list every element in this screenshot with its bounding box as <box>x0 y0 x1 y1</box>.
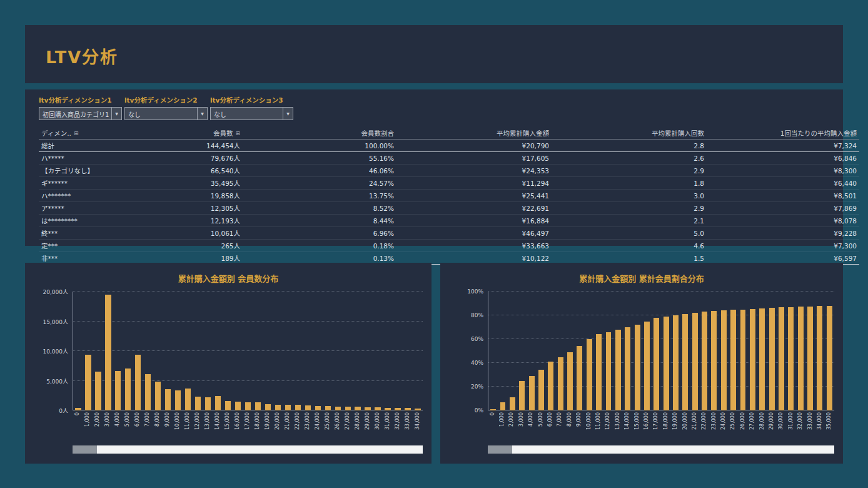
bar[interactable] <box>635 325 640 410</box>
y-tick-label: 60% <box>471 336 483 342</box>
sort-icon[interactable]: ⊞ <box>74 130 79 136</box>
bar[interactable] <box>654 318 659 410</box>
bar[interactable] <box>817 306 822 410</box>
bar[interactable] <box>305 405 311 410</box>
bar[interactable] <box>779 307 784 410</box>
column-header[interactable]: 平均累計購入金額 <box>396 127 552 140</box>
bar[interactable] <box>721 310 727 410</box>
column-header[interactable]: 平均累計購入回数 <box>552 127 707 140</box>
bar[interactable] <box>125 369 131 410</box>
table-row[interactable]: ハ*******19,858人13.75%¥25,4413.0¥8,501 <box>39 190 859 202</box>
chart2-scrollbar-thumb[interactable] <box>512 445 834 454</box>
chevron-down-icon[interactable]: ▼ <box>111 108 121 119</box>
bar[interactable] <box>155 382 161 410</box>
dimension3-select[interactable]: なし ▼ <box>210 107 293 120</box>
bar[interactable] <box>185 389 191 410</box>
bar[interactable] <box>285 405 291 410</box>
bar[interactable] <box>827 306 832 410</box>
bar[interactable] <box>567 352 573 410</box>
bar[interactable] <box>145 374 151 410</box>
bar[interactable] <box>673 315 679 410</box>
chevron-down-icon[interactable]: ▼ <box>197 108 207 119</box>
bar[interactable] <box>644 322 650 411</box>
bar[interactable] <box>175 390 181 410</box>
bar[interactable] <box>577 346 582 410</box>
bar[interactable] <box>245 402 251 410</box>
bar[interactable] <box>740 310 746 411</box>
bar[interactable] <box>510 397 515 410</box>
bar[interactable] <box>558 357 563 411</box>
bar[interactable] <box>548 362 553 410</box>
bar[interactable] <box>385 408 390 410</box>
column-header[interactable]: ディメン..⊞ <box>39 127 144 140</box>
bar[interactable] <box>596 334 602 410</box>
bar[interactable] <box>135 355 141 410</box>
chart1-horizontal-scrollbar[interactable] <box>73 445 423 454</box>
bar[interactable] <box>711 311 717 410</box>
table-row[interactable]: 【カテゴリなし】66,540人46.06%¥24,3532.9¥8,300 <box>39 165 859 177</box>
table-cell: 2.6 <box>552 152 707 165</box>
bar[interactable] <box>205 397 211 410</box>
bar[interactable] <box>115 371 121 410</box>
bar[interactable] <box>587 339 592 410</box>
bar[interactable] <box>75 408 81 410</box>
bar[interactable] <box>235 402 241 410</box>
bar[interactable] <box>798 307 804 410</box>
bar[interactable] <box>682 314 688 410</box>
bar[interactable] <box>759 308 765 410</box>
dimension1-select[interactable]: 初回購入商品カテゴリ1 ▼ <box>39 107 122 120</box>
bar[interactable] <box>295 405 301 410</box>
chevron-down-icon[interactable]: ▼ <box>283 108 293 119</box>
bar[interactable] <box>606 332 612 410</box>
bar[interactable] <box>405 408 410 410</box>
bar[interactable] <box>335 407 341 410</box>
table-row[interactable]: ア*****12,305人8.52%¥22,6912.9¥7,869 <box>39 202 859 215</box>
bar[interactable] <box>95 372 101 410</box>
table-row[interactable]: 終***10,061人6.96%¥46,4975.0¥9,228 <box>39 227 859 240</box>
bar[interactable] <box>788 307 794 410</box>
bar[interactable] <box>807 307 813 410</box>
bar[interactable] <box>702 312 707 410</box>
bar[interactable] <box>215 396 221 410</box>
bar[interactable] <box>255 402 261 410</box>
bar[interactable] <box>500 402 506 410</box>
bar[interactable] <box>165 389 171 410</box>
bar[interactable] <box>615 330 621 410</box>
bar[interactable] <box>395 408 400 410</box>
bar[interactable] <box>85 355 91 410</box>
table-row[interactable]: ハ*****79,676人55.16%¥17,6052.6¥6,846 <box>39 152 859 165</box>
bar[interactable] <box>692 313 698 410</box>
bar[interactable] <box>769 308 775 410</box>
table-row[interactable]: 定***265人0.18%¥33,6634.6¥7,300 <box>39 240 859 252</box>
bar[interactable] <box>490 409 496 410</box>
bar[interactable] <box>538 370 544 410</box>
bar[interactable] <box>345 407 351 410</box>
bar[interactable] <box>750 309 755 410</box>
bar[interactable] <box>664 317 669 410</box>
column-header[interactable]: 会員数⊞ <box>144 127 243 140</box>
chart1-scrollbar-thumb[interactable] <box>97 445 423 454</box>
table-row[interactable]: ギ******35,495人24.57%¥11,2941.8¥6,440 <box>39 177 859 190</box>
bar[interactable] <box>375 407 380 410</box>
bar[interactable] <box>265 404 271 410</box>
bar[interactable] <box>325 406 331 410</box>
dimension2-select[interactable]: なし ▼ <box>124 107 208 120</box>
bar[interactable] <box>315 406 321 410</box>
bar[interactable] <box>519 381 525 411</box>
bar[interactable] <box>105 295 111 410</box>
bar[interactable] <box>625 327 630 410</box>
column-header[interactable]: 1回当たりの平均購入金額 <box>707 127 859 140</box>
column-header[interactable]: 会員数割合 <box>243 127 396 140</box>
bar[interactable] <box>195 397 201 410</box>
bar[interactable] <box>355 407 360 410</box>
bar[interactable] <box>730 310 736 410</box>
bar[interactable] <box>415 409 420 410</box>
bar[interactable] <box>275 405 281 411</box>
sort-icon[interactable]: ⊞ <box>235 130 240 136</box>
chart2-horizontal-scrollbar[interactable] <box>488 445 834 454</box>
table-row[interactable]: は*********12,193人8.44%¥16,8842.1¥8,078 <box>39 215 859 227</box>
table-row[interactable]: 総計144,454人100.00%¥20,7902.8¥7,324 <box>39 140 859 152</box>
bar[interactable] <box>365 407 370 410</box>
bar[interactable] <box>225 401 231 410</box>
bar[interactable] <box>529 376 535 410</box>
